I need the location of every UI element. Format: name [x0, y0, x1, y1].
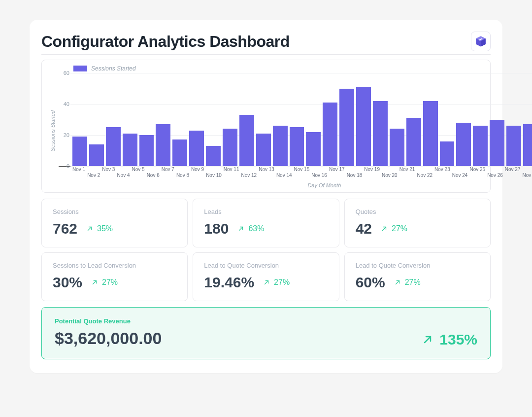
dashboard-panel: Configurator Analytics Dashboard Session…: [30, 20, 502, 373]
stat-value: 30%: [53, 274, 82, 291]
x-tick-label: Nov 21: [399, 167, 415, 181]
x-tick-label: Nov 25: [469, 167, 485, 181]
arrow-up-right-icon: [263, 279, 270, 286]
x-tick-label: Nov 26: [487, 167, 503, 181]
revenue-card: Potential Quote Revenue $3,620,000.00 13…: [41, 307, 491, 359]
app-logo-badge: [471, 32, 491, 51]
stat-row: 4227%: [356, 220, 479, 237]
revenue-value: $3,620,000.00: [55, 329, 422, 348]
stat-delta: 27%: [381, 224, 407, 233]
bar: [390, 129, 404, 166]
revenue-delta: 135%: [422, 331, 477, 348]
stat-card: Sessions to Lead Conversion30%27%: [41, 252, 188, 301]
arrow-up-right-icon: [237, 225, 244, 232]
stat-delta-value: 27%: [405, 278, 421, 287]
stat-delta: 27%: [263, 278, 290, 287]
x-tick-label: Nov 11: [224, 167, 239, 181]
x-tick-label: Nov 15: [294, 167, 310, 181]
stat-label: Leads: [204, 208, 328, 215]
bar: [139, 135, 154, 166]
bar: [89, 144, 104, 166]
arrow-up-right-icon: [86, 225, 93, 232]
x-tick-label: Nov 2: [87, 167, 100, 181]
x-tick-label: Nov 22: [417, 167, 432, 181]
bar: [223, 129, 237, 166]
x-tick-label: Nov 13: [259, 167, 274, 181]
y-tick-label: 20: [59, 132, 69, 138]
stat-delta-value: 27%: [274, 278, 290, 287]
stat-delta-value: 63%: [248, 224, 264, 233]
plot-grid: 0204060: [59, 73, 532, 167]
y-tick-label: 0: [59, 163, 69, 169]
bar: [423, 101, 438, 166]
x-tick-label: Nov 28: [523, 167, 532, 181]
stat-label: Sessions to Lead Conversion: [53, 262, 176, 269]
bar: [490, 120, 504, 167]
arrow-up-right-icon: [394, 279, 401, 286]
chart-legend: Sessions Started: [73, 65, 482, 72]
bar: [356, 87, 371, 166]
bar: [506, 126, 521, 166]
bar: [189, 131, 204, 166]
x-tick-label: Nov 27: [505, 167, 521, 181]
x-tick-label: Nov 19: [364, 167, 380, 181]
stat-label: Quotes: [356, 208, 479, 215]
stat-row: 30%27%: [53, 274, 176, 291]
x-tick-label: Nov 10: [206, 167, 222, 181]
chart-body: Sessions Started 0204060 Nov 1Nov 2Nov 3…: [50, 73, 482, 188]
arrow-up-right-icon: [422, 334, 433, 346]
bar: [273, 126, 288, 166]
bar: [290, 127, 304, 166]
bar: [440, 141, 455, 166]
page-title: Configurator Analytics Dashboard: [41, 33, 290, 51]
bars-container: [72, 73, 532, 166]
bar: [72, 137, 87, 166]
x-tick-label: Nov 17: [329, 167, 345, 181]
stat-value: 180: [204, 220, 229, 237]
stat-card: Quotes4227%: [344, 199, 491, 247]
stat-delta-value: 27%: [392, 224, 407, 233]
arrow-up-right-icon: [91, 279, 98, 286]
bar: [456, 123, 471, 166]
x-tick-label: Nov 1: [72, 167, 85, 181]
x-tick-label: Nov 24: [452, 167, 468, 181]
x-tick-label: Nov 8: [176, 167, 189, 181]
header: Configurator Analytics Dashboard: [41, 32, 491, 55]
revenue-delta-value: 135%: [439, 331, 477, 348]
stat-label: Lead to Quote Conversion: [356, 262, 479, 269]
stat-value: 19.46%: [204, 274, 254, 291]
bar: [373, 101, 388, 166]
stat-value: 60%: [356, 274, 385, 291]
stat-value: 762: [53, 220, 77, 237]
cube-icon: [474, 35, 487, 48]
x-tick-label: Nov 9: [191, 167, 204, 181]
bar: [306, 132, 321, 166]
arrow-up-right-icon: [381, 225, 388, 232]
y-tick-label: 60: [59, 70, 69, 76]
stat-row: 18063%: [204, 220, 328, 237]
stat-card: Lead to Quote Conversion60%27%: [344, 252, 491, 301]
bar: [523, 124, 532, 166]
y-tick-label: 40: [59, 101, 69, 107]
bar: [256, 134, 271, 166]
bar: [156, 124, 170, 166]
x-axis-title: Day Of Month: [59, 182, 532, 188]
stat-delta: 27%: [91, 278, 118, 287]
bar: [406, 118, 421, 166]
stat-delta-value: 35%: [97, 224, 113, 233]
revenue-left: Potential Quote Revenue $3,620,000.00: [55, 317, 422, 348]
x-tick-label: Nov 7: [162, 167, 174, 181]
stat-card: Sessions76235%: [41, 199, 188, 247]
stat-row: 76235%: [53, 220, 176, 237]
stat-label: Sessions: [53, 208, 176, 215]
y-axis-title: Sessions Started: [50, 73, 56, 188]
x-tick-label: Nov 16: [311, 167, 327, 181]
stat-cards-grid: Sessions76235%Leads18063%Quotes4227%Sess…: [41, 199, 491, 301]
legend-swatch: [73, 66, 87, 71]
bar: [323, 103, 337, 166]
stat-delta: 35%: [86, 224, 113, 233]
x-tick-label: Nov 5: [132, 167, 145, 181]
x-tick-label: Nov 4: [117, 167, 130, 181]
x-tick-label: Nov 12: [241, 167, 257, 181]
bar: [172, 139, 187, 166]
